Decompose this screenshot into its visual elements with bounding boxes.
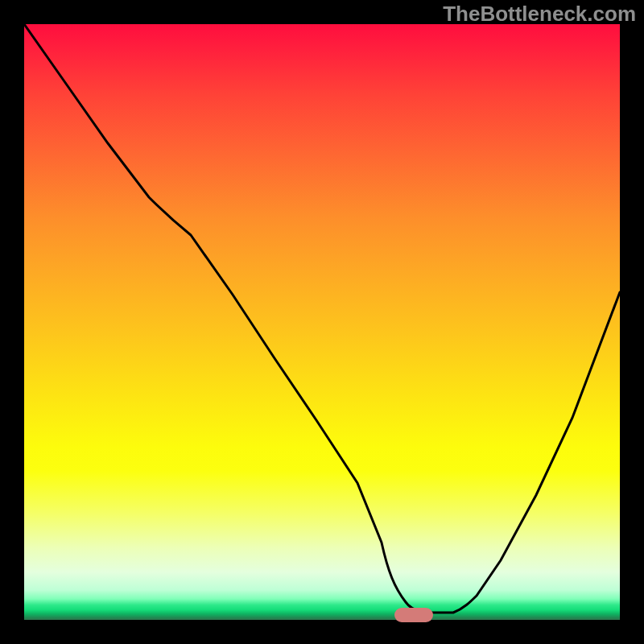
optimal-range-pill <box>394 608 433 622</box>
chart-frame: TheBottleneck.com <box>0 0 644 644</box>
bottleneck-curve <box>24 24 620 620</box>
watermark-text: TheBottleneck.com <box>443 2 636 27</box>
curve-path <box>24 24 620 613</box>
